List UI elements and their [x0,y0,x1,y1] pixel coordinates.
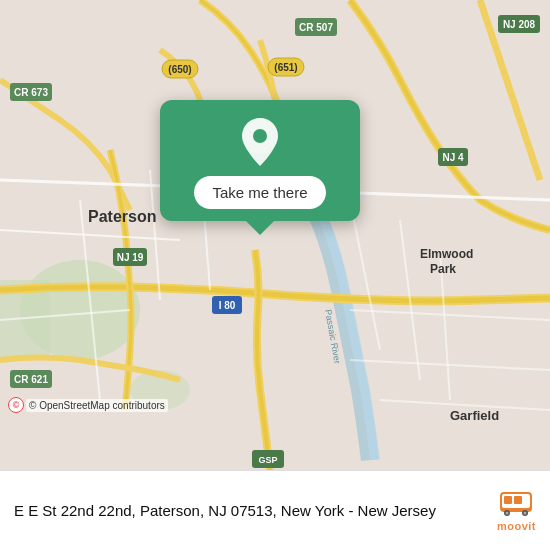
svg-text:GSP: GSP [258,455,277,465]
svg-point-48 [506,511,509,514]
location-pin-icon [238,116,282,168]
svg-text:(651): (651) [274,62,297,73]
take-me-there-button[interactable]: Take me there [194,176,325,209]
svg-text:CR 673: CR 673 [14,87,48,98]
svg-text:Park: Park [430,262,456,276]
svg-text:NJ 19: NJ 19 [117,252,144,263]
svg-text:Garfield: Garfield [450,408,499,423]
svg-text:I 80: I 80 [219,300,236,311]
svg-text:NJ 4: NJ 4 [442,152,464,163]
svg-point-50 [524,511,527,514]
bottom-bar: E E St 22nd 22nd, Paterson, NJ 07513, Ne… [0,470,550,550]
svg-rect-45 [504,496,512,504]
svg-text:Paterson: Paterson [88,208,156,225]
svg-text:(650): (650) [168,64,191,75]
address-text: E E St 22nd 22nd, Paterson, NJ 07513, Ne… [14,501,497,521]
moovit-text: moovit [497,520,536,532]
svg-point-42 [253,129,267,143]
svg-text:Elmwood: Elmwood [420,247,473,261]
osm-attribution: © © OpenStreetMap contributors [8,397,168,413]
svg-text:CR 621: CR 621 [14,374,48,385]
svg-text:CR 507: CR 507 [299,22,333,33]
moovit-bus-icon [498,490,534,518]
osm-icon: © [8,397,24,413]
svg-text:NJ 208: NJ 208 [503,19,536,30]
moovit-logo: moovit [497,490,536,532]
map-container: Paterson Elmwood Park Garfield CR 507 NJ… [0,0,550,470]
location-popup: Take me there [160,100,360,221]
osm-label: © OpenStreetMap contributors [26,399,168,412]
svg-rect-46 [514,496,522,504]
